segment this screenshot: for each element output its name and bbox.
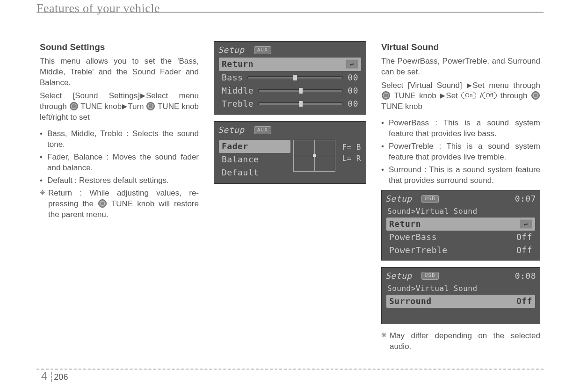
page-header: Features of your vehicle (36, 0, 160, 16)
tune-knob-icon (146, 102, 155, 110)
screenshot-fader: Setup AUX Fader Balance Default (214, 121, 366, 183)
virtual-sound-path: Select [Virtual Sound] ▶Set menu through… (381, 80, 540, 113)
bullet-tone: Bass, Middle, Treble : Selects the sound… (40, 129, 199, 150)
sound-settings-heading: Sound Settings (40, 41, 199, 53)
shot-title: Setup (218, 44, 245, 56)
screenshot-virtual-sound-1: Setup USB 0:07 Sound>Virtual Sound Retur… (381, 190, 540, 261)
path-tune: TUNE knob (80, 102, 122, 111)
slider-icon (258, 89, 343, 92)
vs-sel-a: Select [Virtual Sound] (381, 81, 462, 90)
aux-badge: AUX (254, 46, 271, 54)
column-right: Virtual Sound The PoewrBass, PowerTreble… (381, 41, 540, 352)
page-number: 4206 (41, 369, 68, 384)
eq-bass-value: 00 (348, 72, 358, 83)
chapter-number: 4 (41, 370, 47, 382)
fader-grid-icon (293, 140, 335, 172)
shot-title: Setup (385, 270, 412, 282)
eq-middle-value: 00 (348, 85, 358, 96)
bullet-powertreble: PowerTreble : This is a sound system fea… (381, 141, 540, 163)
surround-label: Surround (389, 296, 432, 307)
eq-return-row[interactable]: Return ↩ (219, 58, 361, 71)
shot-time: 0:08 (515, 270, 536, 282)
sound-settings-intro: This menu allows you to set the 'Bass, M… (40, 56, 199, 88)
vs-powertreble-row[interactable]: PowerTreble Off (386, 244, 535, 257)
tune-knob-icon (382, 91, 390, 100)
shot-time: 0:07 (515, 193, 536, 204)
vs-return-row[interactable]: Return ↩ (386, 218, 535, 231)
triangle-icon: ▶ (140, 92, 145, 100)
page-number-value: 206 (54, 372, 68, 382)
powertreble-label: PowerTreble (389, 245, 448, 256)
screenshot-eq: Setup AUX Return ↩ Bass 00 Middle 00 Tre… (214, 41, 366, 115)
vs-sel-b: Set menu through (472, 81, 540, 90)
path-lead: Select [Sound Settings] (40, 91, 140, 100)
footer-rule (36, 369, 544, 370)
shot-title: Setup (385, 193, 412, 204)
triangle-icon: ▶ (122, 102, 127, 111)
vs-powerbass-row[interactable]: PowerBass Off (386, 231, 535, 244)
eq-treble-label: Treble (222, 98, 254, 109)
bullet-surround: Surround : This is a sound system featur… (381, 165, 540, 186)
off-pill: Off (482, 92, 497, 99)
vs-return-label: Return (389, 218, 421, 230)
eq-treble-value: 00 (348, 98, 358, 109)
vs-surround-row[interactable]: Surround Off (386, 295, 535, 308)
slider-icon (247, 76, 343, 79)
eq-bass-row[interactable]: Bass 00 (219, 71, 361, 84)
eq-bass-label: Bass (222, 72, 243, 83)
bullet-default: Default : Restores default settings. (40, 175, 199, 186)
virtual-sound-footnote: May differ depending on the selected aud… (381, 331, 540, 352)
screenshot-virtual-sound-2: Setup USB 0:08 Sound>Virtual Sound Surro… (381, 267, 540, 324)
eq-return-label: Return (222, 58, 254, 70)
surround-value: Off (516, 296, 532, 307)
powerbass-label: PowerBass (389, 232, 437, 243)
eq-middle-label: Middle (222, 85, 254, 96)
triangle-icon: ▶ (440, 92, 445, 100)
vs-sel-f: TUNE knob (381, 102, 422, 111)
default-row[interactable]: Default (219, 166, 290, 179)
shot-breadcrumb: Sound>Virtual Sound (385, 283, 536, 294)
header-rule (36, 12, 544, 13)
path-turn: Turn (128, 102, 144, 111)
default-label: Default (222, 167, 259, 178)
usb-badge: USB (421, 195, 439, 203)
balance-value: L= R (342, 153, 361, 164)
balance-label: Balance (222, 154, 259, 165)
powerbass-value: Off (516, 232, 532, 243)
eq-middle-row[interactable]: Middle 00 (219, 84, 361, 97)
tune-knob-icon (70, 102, 78, 110)
powertreble-value: Off (516, 245, 532, 256)
return-note: Return : While adjusting values, re-pres… (40, 188, 199, 220)
fader-row[interactable]: Fader (219, 140, 290, 153)
eq-treble-row[interactable]: Treble 00 (219, 97, 361, 110)
column-middle: Setup AUX Return ↩ Bass 00 Middle 00 Tre… (214, 41, 366, 352)
vs-sel-d: Set (446, 91, 458, 100)
vs-sel-c: TUNE knob (394, 91, 436, 100)
bullet-fader: Fader, Balance : Moves the sound fader a… (40, 152, 199, 174)
on-pill: On (461, 92, 476, 99)
vs-sel-e: through (500, 91, 528, 100)
tune-knob-icon (98, 199, 107, 208)
slider-icon (258, 102, 343, 105)
usb-badge: USB (421, 272, 439, 280)
return-icon: ↩ (520, 219, 532, 229)
triangle-icon: ▶ (467, 81, 472, 90)
fader-label: Fader (222, 141, 248, 152)
return-icon: ↩ (346, 59, 358, 69)
balance-row[interactable]: Balance (219, 153, 290, 166)
fader-value: F= B (342, 142, 361, 153)
shot-title: Setup (218, 124, 245, 136)
shot-breadcrumb: Sound>Virtual Sound (385, 206, 536, 217)
aux-badge: AUX (254, 126, 271, 134)
column-left: Sound Settings This menu allows you to s… (40, 41, 199, 352)
virtual-sound-heading: Virtual Sound (381, 41, 540, 53)
virtual-sound-intro: The PoewrBass, PowerTreble, and Surround… (381, 56, 540, 78)
bullet-powerbass: PowerBass : This is a sound system featu… (381, 118, 540, 139)
tune-knob-icon (531, 91, 540, 100)
sound-settings-path: Select [Sound Settings]▶Select menu thro… (40, 91, 199, 123)
